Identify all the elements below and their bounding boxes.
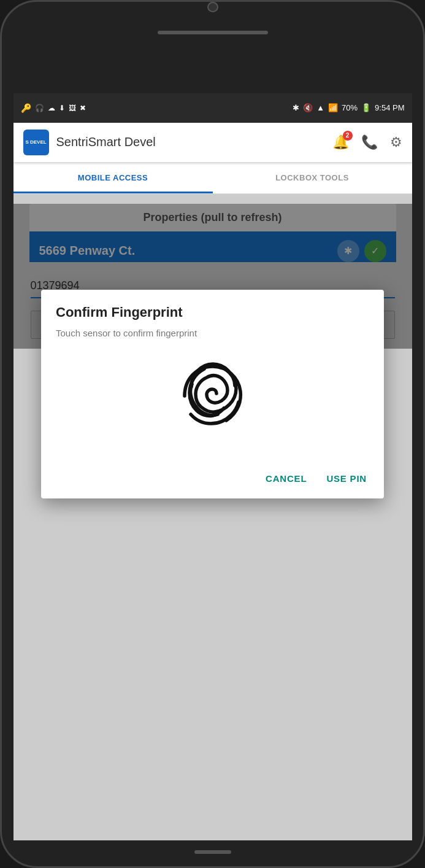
tab-lockbox-tools[interactable]: LOCKBOX TOOLS bbox=[213, 162, 412, 193]
notification-badge: 2 bbox=[343, 131, 353, 141]
cloud-icon: ☁ bbox=[48, 104, 55, 112]
wifi-icon: ▲ bbox=[316, 103, 324, 112]
speaker bbox=[158, 31, 268, 34]
mute-icon: 🔇 bbox=[303, 103, 313, 112]
phone-icon[interactable]: 📞 bbox=[361, 134, 378, 150]
front-camera bbox=[207, 2, 218, 12]
status-bar: 🔑 🎧 ☁ ⬇ 🖼 ✖ ✱ 🔇 ▲ 📶 70% 🔋 9:54 PM bbox=[13, 93, 412, 123]
download-icon: ⬇ bbox=[59, 104, 65, 112]
phone-screen: 🔑 🎧 ☁ ⬇ 🖼 ✖ ✱ 🔇 ▲ 📶 70% 🔋 9:54 PM S DEVE… bbox=[13, 93, 412, 841]
dialog-title: Confirm Fingerprint bbox=[56, 304, 369, 320]
confirm-fingerprint-dialog: Confirm Fingerprint Touch sensor to conf… bbox=[41, 290, 384, 498]
cancel-button[interactable]: CANCEL bbox=[263, 468, 309, 489]
x-icon: ✖ bbox=[80, 104, 86, 112]
settings-icon[interactable]: ⚙ bbox=[390, 134, 402, 150]
use-pin-button[interactable]: USE PIN bbox=[324, 468, 369, 489]
tabs: MOBILE ACCESS LOCKBOX TOOLS bbox=[13, 162, 412, 194]
time-display: 9:54 PM bbox=[375, 103, 404, 112]
app-title: SentriSmart Devel bbox=[56, 135, 325, 149]
key-icon: 🔑 bbox=[21, 103, 31, 113]
bluetooth-status-icon: ✱ bbox=[293, 103, 299, 112]
status-icons-left: 🔑 🎧 ☁ ⬇ 🖼 ✖ bbox=[21, 103, 86, 113]
battery-text: 70% bbox=[342, 103, 358, 112]
phone-shell: 🔑 🎧 ☁ ⬇ 🖼 ✖ ✱ 🔇 ▲ 📶 70% 🔋 9:54 PM S DEVE… bbox=[0, 0, 425, 868]
content-area: Properties (pull to refresh) 5669 Penway… bbox=[13, 204, 412, 349]
fingerprint-icon bbox=[56, 353, 369, 439]
battery-icon: 🔋 bbox=[361, 103, 371, 112]
dialog-actions: CANCEL USE PIN bbox=[56, 463, 369, 489]
notification-button[interactable]: 🔔 2 bbox=[332, 134, 349, 150]
tab-mobile-access[interactable]: MOBILE ACCESS bbox=[13, 162, 213, 193]
signal-icon: 📶 bbox=[328, 103, 338, 112]
fingerprint-svg bbox=[170, 353, 256, 439]
dialog-overlay: Confirm Fingerprint Touch sensor to conf… bbox=[13, 204, 412, 349]
status-icons-right: ✱ 🔇 ▲ 📶 70% 🔋 9:54 PM bbox=[293, 103, 404, 112]
headphone-icon: 🎧 bbox=[35, 104, 44, 112]
app-bar: S DEVEL SentriSmart Devel 🔔 2 📞 ⚙ bbox=[13, 123, 412, 162]
dialog-subtitle: Touch sensor to confirm fingerprint bbox=[56, 328, 369, 338]
app-logo: S DEVEL bbox=[23, 130, 49, 155]
image-icon: 🖼 bbox=[69, 104, 76, 112]
app-bar-icons: 🔔 2 📞 ⚙ bbox=[332, 134, 402, 150]
home-button[interactable] bbox=[194, 850, 231, 854]
